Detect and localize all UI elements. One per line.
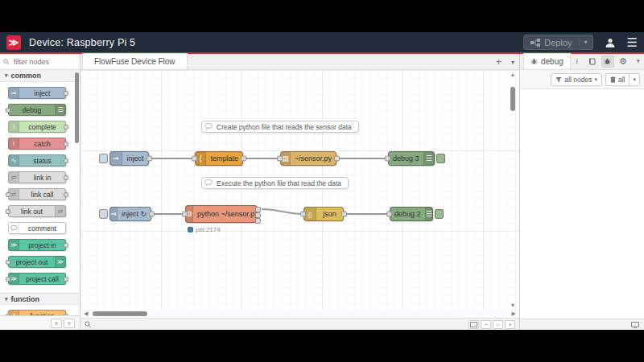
- node-debug-2[interactable]: debug 2 ☰: [390, 207, 433, 221]
- input-port[interactable]: [385, 156, 390, 162]
- catch-icon: !: [9, 138, 19, 149]
- zoom-out-button[interactable]: −: [481, 320, 491, 329]
- user-button[interactable]: [605, 37, 616, 48]
- palette-scrollbar[interactable]: [75, 72, 79, 143]
- comment-node-create-file[interactable]: Create python file that reads the sensor…: [201, 121, 359, 133]
- add-flow-button[interactable]: +: [496, 56, 502, 68]
- palette-node-function[interactable]: ƒ function: [8, 310, 66, 315]
- inject-trigger-button[interactable]: [99, 209, 108, 219]
- palette-category-common[interactable]: ▾ common: [0, 70, 80, 82]
- palette-node-catch[interactable]: ! catch: [8, 138, 66, 150]
- comment-bubble-icon: [9, 223, 19, 233]
- input-port[interactable]: [386, 212, 392, 217]
- sidebar-tabbar: debug i: [520, 54, 644, 70]
- palette-node-project-out[interactable]: project out ≫: [8, 256, 66, 268]
- device-title: Device: Raspberry Pi 5: [29, 37, 135, 48]
- output-port[interactable]: [147, 156, 152, 162]
- collapse-all-button[interactable]: ∧: [51, 319, 62, 328]
- node-inject-repeat[interactable]: ⇒ inject ↻: [109, 207, 151, 221]
- help-book-icon[interactable]: [586, 56, 599, 68]
- json-icon: {}: [304, 208, 316, 220]
- palette-category-function[interactable]: ▾ function: [0, 293, 80, 305]
- palette-node-inject[interactable]: ⇒ inject: [8, 87, 66, 99]
- node-debug-3[interactable]: debug 3 ☰: [388, 151, 435, 166]
- node-template[interactable]: { template: [195, 151, 243, 166]
- editor-main: ▾ common ⇒ inject debug ☰ ! complete: [0, 54, 644, 330]
- clear-options-caret[interactable]: ▾: [629, 74, 639, 85]
- deploy-button[interactable]: Deploy ▾: [523, 35, 592, 50]
- flow-list-caret[interactable]: ▾: [511, 59, 514, 66]
- debug-icon: ☰: [55, 105, 65, 115]
- palette-node-complete[interactable]: ! complete: [8, 121, 66, 133]
- palette-node-debug[interactable]: debug ☰: [8, 104, 66, 116]
- palette-node-label: status: [19, 155, 65, 166]
- scroll-right-icon[interactable]: ▶: [512, 311, 516, 317]
- input-port[interactable]: [300, 212, 306, 217]
- config-gear-icon[interactable]: ⚙: [617, 56, 630, 68]
- palette-node-link-out[interactable]: link out ⇄: [8, 205, 66, 217]
- input-port[interactable]: [277, 156, 283, 162]
- expand-all-button[interactable]: ∨: [64, 319, 75, 328]
- palette-node-label: project call: [19, 274, 65, 284]
- zoom-reset-button[interactable]: ○: [493, 320, 503, 329]
- canvas-hscrollbar[interactable]: ◀ ▶: [80, 310, 519, 318]
- palette-node-project-in[interactable]: ≫ project in: [8, 239, 66, 251]
- clear-messages-button[interactable]: all ▾: [605, 73, 640, 86]
- output-port[interactable]: [241, 156, 246, 162]
- output-port-stderr[interactable]: [255, 212, 261, 218]
- editor-header: ≫ Device: Raspberry Pi 5 Deploy ▾ ☰: [0, 32, 644, 54]
- info-tab-icon[interactable]: i: [571, 56, 584, 68]
- open-window-icon[interactable]: [631, 322, 639, 328]
- input-port[interactable]: [192, 156, 197, 162]
- palette-node-project-call[interactable]: ≫ project call: [8, 273, 66, 285]
- output-port: [64, 243, 68, 248]
- deploy-caret[interactable]: ▾: [579, 39, 592, 46]
- comment-node-execute-file[interactable]: Execute the python file that read the da…: [201, 177, 349, 189]
- inject-icon: ⇒: [110, 152, 122, 165]
- debug-tab-icon[interactable]: [601, 56, 614, 68]
- palette-filter-input[interactable]: [12, 57, 68, 67]
- deploy-button-main[interactable]: Deploy: [524, 38, 578, 47]
- clear-all-segment[interactable]: all: [606, 74, 630, 85]
- screenshot-viewport: ≫ Device: Raspberry Pi 5 Deploy ▾ ☰: [0, 0, 644, 362]
- search-flows-icon[interactable]: [85, 321, 92, 328]
- input-port[interactable]: [182, 212, 188, 217]
- vscroll-thumb[interactable]: [510, 87, 515, 111]
- output-port[interactable]: [334, 156, 340, 162]
- output-port-rc[interactable]: [255, 218, 261, 224]
- sidebar-more-caret[interactable]: ▾: [632, 56, 644, 68]
- palette-node-comment[interactable]: comment: [8, 222, 66, 234]
- scroll-up-icon[interactable]: ▲: [510, 72, 516, 77]
- output-port[interactable]: [149, 212, 155, 217]
- node-exec-python[interactable]: ⚙ python ~/sensor.py: [185, 205, 258, 223]
- zoom-controls: − ○ +: [469, 320, 515, 329]
- node-inject-1[interactable]: ⇒ inject: [109, 151, 149, 166]
- flow-canvas[interactable]: Create python file that reads the sensor…: [80, 70, 519, 310]
- debug-toggle-button[interactable]: [436, 154, 445, 163]
- scroll-left-icon[interactable]: ◀: [84, 311, 88, 317]
- palette-search[interactable]: [0, 54, 80, 70]
- output-port-stdout[interactable]: [255, 207, 261, 212]
- zoom-in-button[interactable]: +: [505, 320, 515, 329]
- deploy-label: Deploy: [544, 38, 572, 47]
- node-json[interactable]: {} json: [303, 207, 344, 221]
- debug-toggle-button[interactable]: [435, 209, 444, 219]
- node-file-sensor-py[interactable]: ▤ ~/sensor.py: [280, 151, 336, 166]
- palette-node-link-in[interactable]: ⇄ link in: [8, 171, 66, 183]
- comment-label: Execute the python file that read the da…: [215, 179, 348, 187]
- canvas-vscrollbar[interactable]: ▲ ▼: [509, 70, 517, 310]
- palette-node-link-call[interactable]: ⇄ link call: [8, 188, 66, 200]
- hscroll-thumb[interactable]: [93, 311, 147, 316]
- palette-node-status[interactable]: ∿ status: [8, 154, 66, 167]
- inject-trigger-button[interactable]: [99, 154, 108, 163]
- output-port[interactable]: [341, 212, 347, 217]
- input-port: [6, 192, 10, 197]
- tab-flowfuse-device-flow[interactable]: FlowFuse Device Flow: [82, 53, 188, 69]
- filter-nodes-button[interactable]: all nodes ▾: [551, 73, 602, 86]
- navigator-button[interactable]: [469, 320, 479, 329]
- scroll-down-icon[interactable]: ▼: [510, 302, 516, 308]
- main-menu-button[interactable]: ☰: [627, 35, 638, 50]
- node-label: inject: [122, 152, 148, 165]
- comment-label: Create python file that reads the sensor…: [215, 123, 358, 131]
- tab-debug[interactable]: debug: [523, 53, 571, 69]
